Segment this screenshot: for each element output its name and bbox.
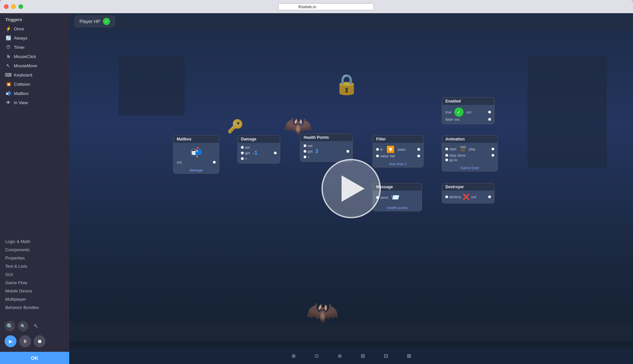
anim-done-label: done xyxy=(458,153,466,157)
anim-stop-port[interactable] xyxy=(445,154,448,157)
sidebar-item-gui[interactable]: GUI xyxy=(0,270,69,279)
filter-pass-port[interactable] xyxy=(417,148,420,151)
filter-node[interactable]: Filter in 🔽 pass value fail xyxy=(373,135,424,167)
toolbar-icon-2[interactable]: ⊙ xyxy=(312,351,321,361)
play-overlay-button[interactable] xyxy=(321,159,381,218)
damage-node[interactable]: Damage set get -1 + xyxy=(237,135,280,164)
damage-get-port[interactable] xyxy=(241,152,244,154)
mailbox-node-title: Mailbox xyxy=(173,136,219,143)
toolbar-icon-1[interactable]: ⊕ xyxy=(288,351,298,361)
damage-set-label: set xyxy=(245,145,250,149)
sidebar-item-always[interactable]: 🔄 Always xyxy=(0,33,69,43)
message-send-row: send 📨 xyxy=(376,193,418,202)
scene-wall-right xyxy=(528,56,607,168)
close-button[interactable] xyxy=(4,4,9,9)
animation-node-body: start 🎬 play stop done go to xyxy=(442,143,497,165)
hp-out-port[interactable] xyxy=(347,150,349,153)
mouseclick-icon: 🖱 xyxy=(5,53,11,59)
sidebar-item-behavior-bundles[interactable]: Behavior Bundles xyxy=(0,303,69,312)
sidebar-item-collision[interactable]: 💥 Collision xyxy=(0,79,69,89)
player-hp-label: Player HP xyxy=(79,19,100,24)
damage-set-port[interactable] xyxy=(241,146,244,149)
health-points-node[interactable]: Health Points set get 3 + xyxy=(300,134,353,162)
url-input[interactable] xyxy=(278,3,374,10)
filter-value-port[interactable] xyxy=(376,155,379,157)
sidebar-bottom: 🔍 🔍 ↖ ▶ ⏸ ⏹ xyxy=(0,315,69,352)
sidebar-item-inview[interactable]: 👁 In View xyxy=(0,98,69,107)
sidebar-item-once[interactable]: ⚡ Once xyxy=(0,24,69,33)
toolbar-icon-4[interactable]: ⊞ xyxy=(358,351,368,361)
anim-play-port[interactable] xyxy=(492,148,494,150)
filter-in-port[interactable] xyxy=(376,148,379,151)
anim-stop-row: stop done xyxy=(445,153,494,157)
sidebar-item-mailbox[interactable]: 📬 Mailbox xyxy=(0,89,69,98)
zoom-out-button[interactable]: 🔍 xyxy=(18,321,28,331)
sidebar-item-properties[interactable]: Properties xyxy=(0,254,69,262)
toolbar-icon-3[interactable]: ⊛ xyxy=(335,351,345,361)
toolbar-icon-5[interactable]: ⊟ xyxy=(381,351,391,361)
stop-button[interactable]: ⏹ xyxy=(34,335,45,347)
sidebar-item-text-lists[interactable]: Text & Lists xyxy=(0,262,69,270)
mailbox-out-row: out xyxy=(177,160,216,164)
mailbox-out-port[interactable] xyxy=(213,161,216,164)
canvas-area[interactable]: 🔒 🦇 🦇 🔑 Player HP ✓ xyxy=(69,13,633,364)
damage-out-port[interactable] xyxy=(274,152,277,154)
key-icon: 🔑 xyxy=(227,119,244,134)
filter-value-label: value xyxy=(380,154,389,158)
sidebar-item-mobile-device[interactable]: Mobile Device xyxy=(0,287,69,295)
hp-plus-port[interactable] xyxy=(304,156,306,158)
destroyer-node[interactable]: Destroyer destroy ❌ out xyxy=(442,183,495,203)
mousemove-icon: ↖ xyxy=(5,63,11,69)
mailbox-node-icon: 📬 xyxy=(177,145,216,160)
sidebar-item-logic-math[interactable]: Logic & Math xyxy=(0,237,69,246)
enabled-node[interactable]: Enabled true ✓ out false out xyxy=(442,97,495,124)
enabled-true-label: true xyxy=(445,110,452,114)
player-hp-badge[interactable]: Player HP ✓ xyxy=(75,15,115,27)
sidebar-item-multiplayer[interactable]: Multiplayer xyxy=(0,295,69,303)
destroyer-out-port[interactable] xyxy=(488,196,491,198)
fullscreen-button[interactable] xyxy=(18,4,23,9)
creature-center-icon: 🦇 xyxy=(306,297,339,328)
anim-start-port[interactable] xyxy=(445,148,448,150)
titlebar xyxy=(0,0,633,13)
zoom-in-button[interactable]: 🔍 xyxy=(5,321,15,331)
sidebar-item-timer[interactable]: ⏱ Timer xyxy=(0,43,69,52)
filter-in-row: in 🔽 pass xyxy=(376,145,420,153)
hp-set-row: set xyxy=(304,144,349,148)
enabled-out-1-port[interactable] xyxy=(488,111,491,113)
toolbar-icon-6[interactable]: ⊠ xyxy=(404,351,414,361)
sidebar-item-mousemove[interactable]: ↖ MouseMove xyxy=(0,61,69,70)
collision-icon: 💥 xyxy=(5,81,11,87)
scene-ground xyxy=(69,321,633,341)
anim-stop-label: stop xyxy=(449,153,456,157)
filter-value-row: value fail xyxy=(376,154,420,158)
sidebar-item-game-flow[interactable]: Game Flow xyxy=(0,279,69,287)
animation-node[interactable]: Animation start 🎬 play stop done xyxy=(442,135,498,171)
anim-play-label: play xyxy=(469,147,475,151)
damage-plus-port[interactable] xyxy=(241,157,244,160)
destroyer-destroy-row: destroy ❌ out xyxy=(445,193,491,200)
minimize-button[interactable] xyxy=(11,4,16,9)
keyboard-label: Keyboard xyxy=(14,73,32,77)
ok-button[interactable]: OK xyxy=(0,352,69,364)
timer-label: Timer xyxy=(14,45,25,50)
zoom-controls: 🔍 🔍 ↖ xyxy=(0,318,69,334)
hp-set-port[interactable] xyxy=(304,144,306,147)
sidebar-item-keyboard[interactable]: ⌨ Keyboard xyxy=(0,70,69,79)
health-points-node-body: set get 3 + xyxy=(300,141,352,162)
filter-node-body: in 🔽 pass value fail xyxy=(373,143,423,161)
filter-fail-port[interactable] xyxy=(417,155,420,157)
animation-icon: 🎬 xyxy=(459,145,466,153)
anim-done-port[interactable] xyxy=(492,154,494,157)
mailbox-node[interactable]: Mailbox 📬 out damage xyxy=(173,135,219,174)
hp-get-port[interactable] xyxy=(304,150,306,153)
destroyer-destroy-port[interactable] xyxy=(445,196,448,198)
anim-goto-port[interactable] xyxy=(445,159,448,161)
enabled-out-2-port[interactable] xyxy=(488,118,491,121)
lock-icon: 🔒 xyxy=(334,73,359,96)
animation-node-title: Animation xyxy=(442,136,497,143)
play-button[interactable]: ▶ xyxy=(5,335,16,347)
sidebar-item-mouseclick[interactable]: 🖱 MouseClick xyxy=(0,52,69,61)
pause-button[interactable]: ⏸ xyxy=(19,335,31,347)
sidebar-item-components[interactable]: Components xyxy=(0,246,69,254)
